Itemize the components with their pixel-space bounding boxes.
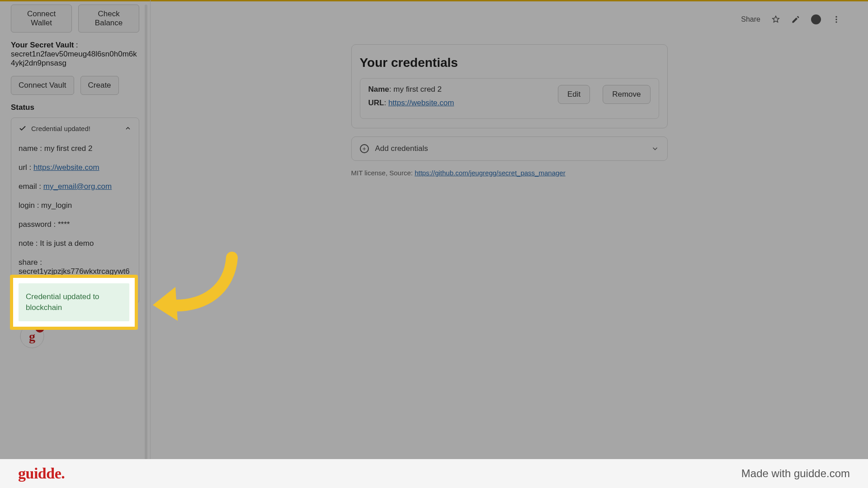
add-credentials-row[interactable]: + Add credentials — [351, 136, 668, 161]
content: Your credentials Name: my first cred 2 U… — [351, 44, 668, 177]
page-title: Your credentials — [360, 56, 659, 70]
cred-url-line: URL: https://website.com — [368, 99, 550, 108]
credential-row: Name: my first cred 2 URL: https://websi… — [360, 78, 659, 119]
field-password: password : **** — [19, 220, 132, 229]
credentials-card: Your credentials Name: my first cred 2 U… — [351, 44, 668, 128]
vault-colon: : — [74, 41, 78, 49]
status-title: Credential updated! — [31, 125, 120, 132]
field-email: email : my_email@org.com — [19, 182, 132, 191]
edit-button[interactable]: Edit — [558, 85, 590, 104]
field-login: login : my_login — [19, 201, 132, 210]
made-with-label: Made with guidde.com — [741, 467, 850, 480]
share-label[interactable]: Share — [741, 15, 760, 23]
plus-circle-icon: + — [360, 144, 369, 153]
license-note: MIT license, Source: https://github.com/… — [351, 169, 668, 177]
field-name: name : my first cred 2 — [19, 144, 132, 153]
vault-label: Your Secret Vault — [11, 41, 74, 49]
star-icon[interactable] — [771, 15, 780, 24]
more-vert-icon[interactable] — [832, 15, 841, 24]
status-body: name : my first cred 2 url : https://web… — [11, 144, 139, 285]
credential-info: Name: my first cred 2 URL: https://websi… — [368, 85, 550, 112]
sidebar: Connect Wallet Check Balance Your Secret… — [0, 0, 151, 488]
toolbar: Share — [741, 14, 841, 24]
main-area: Share Your credentials Name: my first cr… — [151, 0, 868, 488]
svg-point-2 — [835, 21, 837, 23]
guidde-footer: guidde. Made with guidde.com — [0, 459, 868, 488]
license-link[interactable]: https://github.com/jeugregg/secret_pass_… — [415, 169, 566, 177]
svg-text:g: g — [29, 329, 35, 343]
remove-button[interactable]: Remove — [603, 85, 650, 104]
field-url-link[interactable]: https://website.com — [33, 163, 99, 172]
add-credentials-label: Add credentials — [375, 144, 428, 153]
license-prefix: MIT license, Source: — [351, 169, 415, 177]
arrow-annotation — [144, 251, 243, 332]
vault-address: secret1n2faev50meug48l6sn0h0m6k4ykj2dn9p… — [11, 50, 139, 68]
vault-block: Your Secret Vault : secret1n2faev50meug4… — [11, 41, 139, 68]
pencil-icon[interactable] — [791, 15, 800, 24]
chevron-down-icon — [651, 145, 659, 153]
highlight-box: Credential updated to blockchain — [10, 275, 138, 330]
check-balance-button[interactable]: Check Balance — [78, 5, 139, 33]
status-header[interactable]: Credential updated! — [11, 118, 139, 139]
guidde-logo: guidde. — [18, 465, 65, 482]
chevron-up-icon — [124, 125, 132, 132]
field-note: note : It is just a demo — [19, 239, 132, 248]
cred-url-link[interactable]: https://website.com — [388, 99, 454, 107]
field-url: url : https://website.com — [19, 163, 132, 172]
app-root: Connect Wallet Check Balance Your Secret… — [0, 0, 868, 488]
cred-name-line: Name: my first cred 2 — [368, 85, 550, 94]
create-button[interactable]: Create — [80, 76, 119, 95]
check-icon — [19, 124, 27, 132]
github-icon[interactable] — [811, 14, 821, 24]
success-message: Credential updated to blockchain — [19, 283, 129, 321]
svg-point-0 — [835, 16, 837, 18]
status-heading: Status — [11, 103, 139, 112]
field-email-link[interactable]: my_email@org.com — [43, 182, 112, 191]
connect-vault-button[interactable]: Connect Vault — [11, 76, 74, 95]
svg-point-1 — [835, 19, 837, 20]
connect-wallet-button[interactable]: Connect Wallet — [11, 5, 72, 33]
